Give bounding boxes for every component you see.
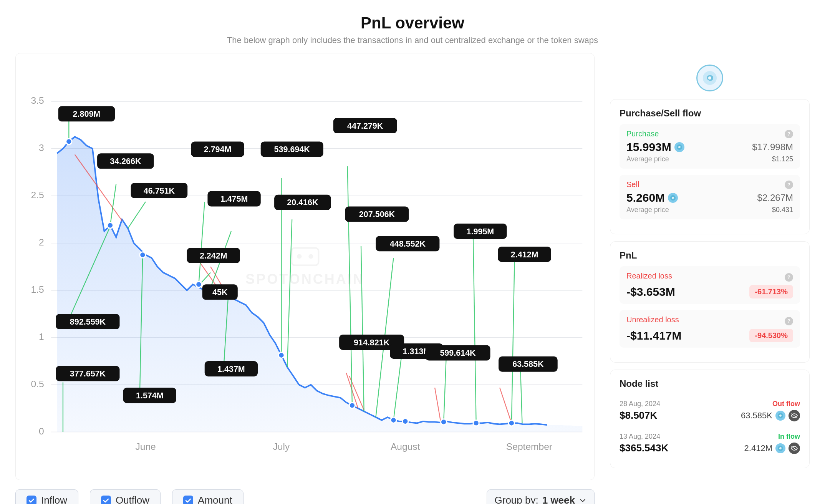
svg-point-60 — [509, 420, 514, 426]
svg-text:20.416K: 20.416K — [287, 198, 318, 207]
svg-text:3.5: 3.5 — [31, 95, 44, 106]
legend-amount[interactable]: Amount — [172, 489, 244, 504]
svg-text:892.559K: 892.559K — [70, 317, 106, 327]
svg-text:0.5: 0.5 — [31, 379, 44, 389]
svg-point-106 — [708, 76, 711, 80]
unrealized-loss-value: -$11.417M — [626, 329, 681, 342]
node-1-token-badge — [775, 443, 785, 453]
svg-text:1.5: 1.5 — [31, 284, 44, 295]
outflow-checkbox[interactable] — [101, 496, 111, 504]
svg-line-42 — [348, 166, 352, 405]
sell-help-icon[interactable]: ? — [785, 181, 793, 189]
chart-wrapper: SPOTONCHAIN 3.5 3 2.5 2 — [15, 53, 595, 480]
realized-loss-value: -$3.653M — [626, 285, 675, 298]
svg-line-46 — [473, 237, 476, 423]
legend-outflow[interactable]: Outflow — [90, 489, 161, 504]
unrealized-loss-block: Unrealized loss ? -$11.417M -94.530% — [620, 310, 800, 348]
page-subtitle: The below graph only includes the transa… — [0, 35, 825, 45]
svg-text:2.242M: 2.242M — [200, 251, 227, 260]
svg-text:539.694K: 539.694K — [274, 145, 310, 154]
sell-avg-label: Average price — [626, 206, 669, 214]
unrealized-help-icon[interactable]: ? — [785, 317, 793, 325]
info-panel: Purchase/Sell flow Purchase ? 15.993M — [610, 53, 810, 504]
node-0-amount-row: 63.585K — [741, 410, 800, 421]
svg-text:1: 1 — [39, 332, 44, 342]
svg-text:August: August — [391, 441, 420, 452]
pnl-section: PnL Realized loss ? -$3.653M -61.713% — [610, 241, 810, 363]
page-header: PnL overview The below graph only includ… — [0, 0, 825, 53]
purchase-block: Purchase ? 15.993M — [620, 124, 800, 169]
purchase-token-badge — [674, 142, 684, 152]
node-0-date: 28 Aug, 2024 — [620, 400, 660, 408]
realized-loss-label: Realized loss — [626, 272, 672, 280]
svg-point-57 — [403, 418, 408, 424]
svg-line-43 — [361, 246, 364, 411]
group-by-value: 1 week — [542, 494, 575, 504]
inflow-label: Inflow — [41, 494, 67, 504]
node-list-title: Node list — [620, 378, 800, 389]
purchase-avg-value: $1.125 — [772, 155, 793, 163]
svg-text:July: July — [273, 441, 290, 452]
purchase-primary-value: 15.993M — [626, 141, 671, 154]
svg-line-32 — [128, 202, 146, 228]
svg-text:448.552K: 448.552K — [390, 239, 426, 249]
purchase-sell-section: Purchase/Sell flow Purchase ? 15.993M — [610, 99, 810, 234]
svg-text:0: 0 — [39, 426, 44, 436]
group-by-label: Group by: — [495, 494, 538, 504]
sell-primary: 5.260M — [626, 191, 678, 204]
realized-help-icon[interactable]: ? — [785, 273, 793, 282]
sell-avg-value: $0.431 — [772, 206, 793, 214]
node-1-eye-icon[interactable] — [789, 443, 800, 454]
purchase-primary: 15.993M — [626, 141, 684, 154]
purchase-secondary-value: $17.998M — [752, 142, 793, 153]
svg-line-29 — [500, 388, 512, 423]
svg-point-56 — [391, 417, 396, 423]
purchase-label: Purchase — [626, 129, 659, 138]
svg-text:63.585K: 63.585K — [512, 360, 544, 369]
node-0-amount: 63.585K — [741, 411, 772, 421]
svg-text:34.266K: 34.266K — [110, 157, 141, 166]
chart-legend: Inflow Outflow Amo — [15, 489, 595, 504]
svg-text:447.279K: 447.279K — [347, 121, 383, 131]
legend-inflow[interactable]: Inflow — [15, 489, 78, 504]
amount-checkbox[interactable] — [183, 496, 193, 504]
svg-text:207.506K: 207.506K — [359, 210, 395, 219]
inflow-checkbox[interactable] — [27, 496, 36, 504]
chevron-down-icon — [579, 497, 586, 504]
svg-text:2.794M: 2.794M — [204, 145, 232, 154]
svg-point-50 — [66, 139, 72, 144]
svg-text:46.751K: 46.751K — [144, 186, 175, 196]
node-item-0: 28 Aug, 2024 Out flow $8.507K 63.585K — [620, 395, 800, 427]
pnl-title: PnL — [620, 250, 800, 261]
svg-text:2.809M: 2.809M — [73, 109, 101, 119]
node-1-amount-row: 2.412M — [744, 443, 800, 454]
chart-svg: 3.5 3 2.5 2 1.5 1 0.5 0 June July August… — [16, 53, 594, 480]
svg-point-58 — [441, 419, 446, 425]
svg-text:2.412M: 2.412M — [511, 250, 538, 259]
group-by-selector[interactable]: Group by: 1 week — [487, 489, 595, 504]
sell-primary-value: 5.260M — [626, 191, 665, 204]
svg-text:45K: 45K — [212, 288, 228, 297]
node-1-amount: 2.412M — [744, 443, 772, 453]
sell-secondary-value: $2.267M — [757, 192, 793, 203]
realized-loss-block: Realized loss ? -$3.653M -61.713% — [620, 266, 800, 304]
svg-text:1.475M: 1.475M — [220, 194, 248, 204]
node-0-eye-icon[interactable] — [789, 410, 800, 421]
svg-text:377.657K: 377.657K — [70, 369, 106, 378]
outflow-label: Outflow — [116, 494, 149, 504]
unrealized-loss-badge: -94.530% — [749, 329, 793, 342]
svg-line-49 — [520, 367, 522, 423]
node-list-section: Node list 28 Aug, 2024 Out flow $8.507K … — [610, 370, 810, 468]
purchase-help-icon[interactable]: ? — [785, 130, 793, 138]
page-title: PnL overview — [0, 14, 825, 32]
svg-point-53 — [196, 282, 202, 287]
svg-line-28 — [435, 388, 441, 422]
svg-text:1.574M: 1.574M — [136, 391, 164, 400]
amount-label: Amount — [198, 494, 232, 504]
node-1-usd: $365.543K — [620, 442, 668, 454]
panel-logo — [610, 53, 810, 99]
svg-text:599.614K: 599.614K — [440, 348, 476, 358]
node-0-flow-label: Out flow — [772, 400, 800, 408]
chart-container: SPOTONCHAIN 3.5 3 2.5 2 — [15, 53, 595, 504]
unrealized-loss-label: Unrealized loss — [626, 315, 679, 324]
